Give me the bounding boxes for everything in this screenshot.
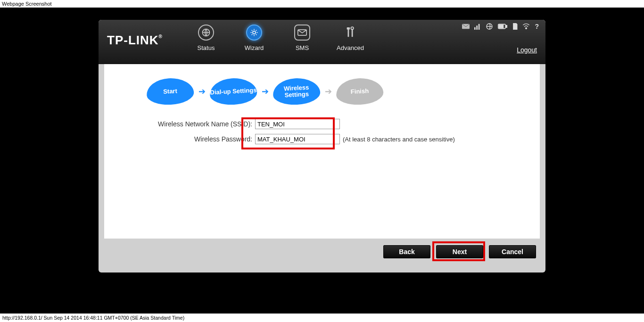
tab-advanced[interactable]: Advanced <box>335 25 365 51</box>
sd-icon <box>512 23 518 30</box>
wizard-steps: Start ➔ Dial-up Settings ➔ Wireless Sett… <box>147 78 526 105</box>
svg-rect-3 <box>348 29 349 37</box>
page-caption: Webpage Screenshot <box>0 0 644 8</box>
tab-status-label: Status <box>198 44 215 51</box>
svg-point-15 <box>526 28 527 29</box>
svg-point-1 <box>253 31 256 34</box>
router-panel: TP-LINK® Status Wizard <box>99 20 545 272</box>
button-bar: Back Next Cancel <box>104 239 540 267</box>
row-ssid: Wireless Network Name (SSID): <box>118 119 526 129</box>
back-button[interactable]: Back <box>383 245 430 258</box>
tab-wizard-label: Wizard <box>245 44 264 51</box>
step-finish: Finish <box>336 77 384 106</box>
step-dialup: Dial-up Settings <box>209 77 258 106</box>
tab-sms[interactable]: SMS <box>287 25 317 51</box>
signal-icon <box>474 23 481 30</box>
password-label: Wireless Password: <box>118 135 255 143</box>
internet-icon <box>486 23 493 30</box>
arrow-icon: ➔ <box>323 86 333 97</box>
svg-rect-13 <box>506 25 507 28</box>
logout-link[interactable]: Logout <box>517 46 537 54</box>
tab-sms-label: SMS <box>296 44 309 51</box>
cancel-button[interactable]: Cancel <box>489 245 536 258</box>
globe-icon <box>198 25 214 41</box>
wizard-card: Start ➔ Dial-up Settings ➔ Wireless Sett… <box>104 64 540 239</box>
nav-tabs: Status Wizard SMS <box>191 25 365 51</box>
svg-rect-14 <box>499 25 504 28</box>
svg-rect-5 <box>352 29 353 37</box>
step-wireless: Wireless Settings <box>272 77 321 106</box>
battery-icon <box>498 24 507 29</box>
brand-logo: TP-LINK® <box>107 33 163 48</box>
svg-rect-9 <box>477 25 478 30</box>
status-tray: ? <box>462 23 539 30</box>
header-bar: TP-LINK® Status Wizard <box>99 20 545 64</box>
wifi-icon <box>522 23 530 30</box>
tab-advanced-label: Advanced <box>337 44 364 51</box>
tab-status[interactable]: Status <box>191 25 221 51</box>
tools-icon <box>342 25 358 41</box>
arrow-icon: ➔ <box>260 86 270 97</box>
svg-rect-10 <box>479 24 480 30</box>
ssid-input[interactable] <box>255 119 340 129</box>
envelope-icon <box>294 25 310 41</box>
next-button[interactable]: Next <box>436 245 483 258</box>
footer-status: http://192.168.0.1/ Sun Sep 14 2014 16:4… <box>0 314 644 322</box>
ssid-label: Wireless Network Name (SSID): <box>118 120 255 128</box>
registered-mark: ® <box>159 34 163 39</box>
svg-rect-8 <box>474 27 476 30</box>
gear-icon <box>246 25 262 41</box>
row-password: Wireless Password: (At least 8 character… <box>118 134 526 144</box>
mail-icon <box>462 24 470 29</box>
password-hint: (At least 8 characters and case sensitiv… <box>343 136 455 143</box>
arrow-icon: ➔ <box>197 86 207 97</box>
tab-wizard[interactable]: Wizard <box>239 25 269 51</box>
svg-rect-4 <box>347 27 350 30</box>
step-start: Start <box>146 77 195 106</box>
password-input[interactable] <box>255 134 340 144</box>
outer-frame: TP-LINK® Status Wizard <box>0 8 644 314</box>
svg-point-6 <box>351 27 354 30</box>
help-icon[interactable]: ? <box>535 23 539 30</box>
content-wrap: Start ➔ Dial-up Settings ➔ Wireless Sett… <box>99 64 545 272</box>
